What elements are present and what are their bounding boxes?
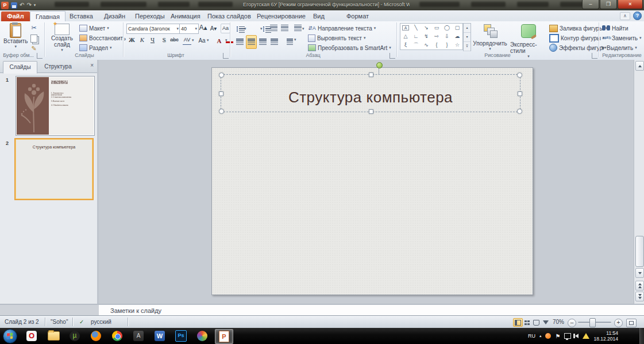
- zoom-in-icon[interactable]: +: [614, 319, 623, 327]
- clock[interactable]: 11:54 18.12.2014: [593, 330, 618, 342]
- underline-button[interactable]: Ч: [148, 36, 157, 44]
- reading-view-button[interactable]: [531, 318, 541, 327]
- copy-icon[interactable]: [30, 35, 37, 43]
- shape-star[interactable]: ☆: [452, 41, 462, 49]
- find-button[interactable]: Найти: [602, 24, 628, 33]
- grow-font-icon[interactable]: A▴: [199, 24, 207, 32]
- slide-canvas[interactable]: Структура компьютера: [211, 67, 533, 295]
- change-case-button[interactable]: Aa ▾: [198, 36, 209, 45]
- shape-rounded-rect[interactable]: ▢: [452, 24, 462, 32]
- help-icon[interactable]: ?: [633, 12, 642, 20]
- shapes-more-icon[interactable]: ⊽: [464, 42, 471, 51]
- tab-format[interactable]: Формат: [341, 12, 374, 21]
- convert-smartart-button[interactable]: Преобразовать в SmartArt ▾: [308, 43, 391, 52]
- minimize-button[interactable]: –: [582, 0, 599, 9]
- increase-indent-icon[interactable]: [281, 25, 288, 31]
- show-desktop-button[interactable]: [639, 328, 644, 344]
- bullets-dropdown-icon[interactable]: ▾: [244, 26, 246, 31]
- clipboard-dialog-launcher-icon[interactable]: [37, 53, 43, 59]
- shape-rectangle[interactable]: ▭: [431, 24, 442, 32]
- resize-handle-ne[interactable]: [517, 72, 522, 78]
- font-color-dropdown-icon[interactable]: ▾: [225, 38, 227, 43]
- spell-check-icon[interactable]: ✓: [79, 319, 84, 325]
- shrink-font-icon[interactable]: A▾: [209, 24, 218, 33]
- new-slide-button[interactable]: Создать слайд ▾: [47, 24, 77, 52]
- tab-outline[interactable]: Структура: [38, 61, 78, 72]
- drawing-dialog-launcher-icon[interactable]: [592, 53, 597, 59]
- font-size-combo[interactable]: 40 ▾: [179, 24, 199, 34]
- restore-button[interactable]: ❐: [600, 0, 617, 9]
- shape-effects-button[interactable]: Эффекты фигур ▾: [549, 43, 607, 52]
- tab-review[interactable]: Рецензирование: [252, 12, 311, 21]
- previous-slide-button[interactable]: [635, 281, 644, 291]
- slide-sorter-view-button[interactable]: [522, 318, 532, 327]
- section-button[interactable]: Раздел ▾: [79, 43, 112, 52]
- notes-pane[interactable]: Заметки к слайду: [99, 304, 644, 316]
- shape-arrow-line[interactable]: ↘: [421, 24, 431, 32]
- taskbar-word-icon[interactable]: W: [151, 329, 168, 343]
- scroll-down-button[interactable]: [635, 268, 644, 278]
- zoom-level[interactable]: 70%: [553, 319, 564, 325]
- slideshow-view-button[interactable]: [541, 318, 550, 327]
- shape-textbox[interactable]: A: [402, 25, 409, 30]
- slide-2-thumbnail[interactable]: Структура компьютера: [14, 138, 94, 200]
- tab-file[interactable]: Файл: [1, 12, 30, 21]
- redo-icon[interactable]: ↷: [26, 2, 31, 9]
- antivirus-tray-icon[interactable]: [545, 333, 551, 339]
- columns-button[interactable]: [285, 35, 295, 49]
- action-center-icon[interactable]: ⚑: [555, 333, 560, 339]
- align-text-button[interactable]: Выровнять текст ▾: [308, 33, 365, 43]
- tab-insert[interactable]: Вставка: [64, 12, 98, 21]
- text-shadow-button[interactable]: S: [160, 36, 168, 44]
- slide-title-text[interactable]: Структура компьютера: [221, 89, 520, 106]
- font-name-dropdown-icon[interactable]: ▾: [176, 26, 179, 31]
- hidden-icons-icon[interactable]: ▴: [539, 334, 542, 338]
- character-spacing-button[interactable]: AV ▾: [183, 36, 194, 45]
- shape-triangle[interactable]: △: [400, 32, 411, 41]
- close-button[interactable]: ×: [618, 0, 643, 9]
- taskbar-powerpoint-icon[interactable]: P: [215, 329, 233, 344]
- taskbar-firefox-icon[interactable]: [87, 329, 105, 343]
- shape-oval[interactable]: ◯: [442, 24, 452, 32]
- paste-dropdown-icon[interactable]: ▾: [14, 44, 17, 49]
- resize-handle-nw[interactable]: [219, 72, 224, 78]
- font-dialog-launcher-icon[interactable]: [223, 53, 229, 59]
- clear-formatting-icon[interactable]: Aa: [221, 24, 230, 33]
- justify-button[interactable]: [269, 35, 280, 49]
- font-size-dropdown-icon[interactable]: ▾: [195, 26, 197, 31]
- resize-handle-se[interactable]: [517, 109, 522, 114]
- tab-design[interactable]: Дизайн: [99, 12, 130, 21]
- arrange-button[interactable]: Упорядочить ▾: [472, 24, 508, 51]
- title-placeholder[interactable]: Структура компьютера: [221, 74, 520, 112]
- strikethrough-button[interactable]: abc: [170, 36, 179, 44]
- shape-line[interactable]: ╲: [411, 24, 421, 32]
- resize-handle-sw[interactable]: [219, 109, 224, 114]
- shape-arrow-down[interactable]: ⇩: [442, 32, 452, 41]
- shape-curve[interactable]: ∿: [421, 41, 431, 49]
- cut-icon[interactable]: ✂: [30, 24, 38, 32]
- taskbar-explorer-icon[interactable]: [45, 329, 62, 343]
- shape-arc[interactable]: ⌒: [411, 41, 421, 49]
- shape-elbow-connector[interactable]: ∟: [411, 32, 421, 41]
- taskbar-chrome-icon[interactable]: [109, 329, 126, 343]
- select-button[interactable]: Выделить ▾: [602, 43, 637, 52]
- format-painter-icon[interactable]: ✎: [30, 44, 38, 52]
- align-center-button[interactable]: [246, 35, 257, 49]
- shape-brace-left[interactable]: {: [431, 41, 442, 49]
- taskbar-photoshop-icon[interactable]: Ps: [172, 329, 190, 343]
- bold-button[interactable]: Ж: [128, 36, 136, 44]
- resize-handle-s[interactable]: [369, 109, 373, 114]
- tab-view[interactable]: Вид: [308, 12, 330, 21]
- decrease-indent-icon[interactable]: [270, 25, 277, 31]
- shapes-gallery[interactable]: A ╲ ↘ ▭ ◯ ▢ △ ∟ ↯ ⇨ ⇩ ☁ ξ ⌒ ∿ { } ☆: [400, 23, 463, 50]
- theme-name[interactable]: "Soho": [51, 319, 68, 325]
- zoom-out-icon[interactable]: –: [568, 319, 576, 327]
- shape-brace-right[interactable]: }: [442, 41, 452, 49]
- tab-slides-thumbnails[interactable]: Слайды: [3, 61, 37, 74]
- shape-zigzag-connector[interactable]: ↯: [421, 32, 431, 41]
- slide-1-thumbnail[interactable]: ЗНАКОМИМСЯ С КОМПЬЮТЕРОМ 1. Знакомство с…: [16, 76, 95, 136]
- tab-animations[interactable]: Анимация: [165, 12, 206, 21]
- panel-close-icon[interactable]: ×: [90, 62, 94, 68]
- qat-dropdown-icon[interactable]: ▾: [34, 2, 36, 9]
- tab-slideshow[interactable]: Показ слайдов: [202, 12, 256, 21]
